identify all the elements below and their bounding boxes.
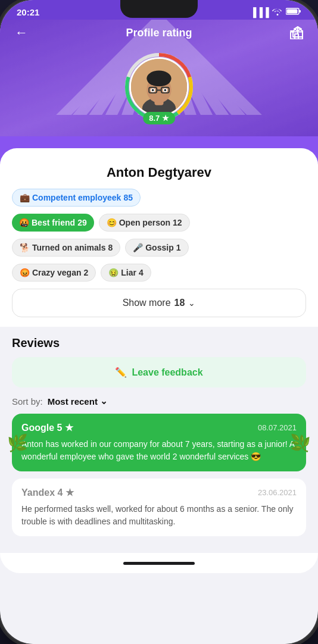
- tag-competent[interactable]: 💼 Competent employeek 85: [12, 189, 141, 207]
- review-card-yandex: Yandex 4 ★ 23.06.2021 He performed tasks…: [12, 479, 306, 536]
- laurel-right-icon: 🌿: [290, 433, 311, 452]
- bottom-bar: [0, 553, 318, 573]
- review-source-yandex: Yandex 4 ★: [21, 487, 74, 498]
- tag-best-friend[interactable]: 🤬 Best friend 29: [12, 214, 94, 232]
- tag-label: Liar: [121, 268, 136, 277]
- reviews-section: Reviews ✏️ Leave feedback Sort by: Most …: [0, 327, 318, 553]
- reviews-title: Reviews: [12, 336, 306, 350]
- tag-count: 85: [123, 193, 133, 202]
- review-header-yandex: Yandex 4 ★ 23.06.2021: [21, 487, 297, 498]
- tags-container: 💼 Competent employeek 85: [12, 189, 306, 207]
- review-header-google: Google 5 ★ 08.07.2021: [21, 422, 297, 433]
- tag-open-person[interactable]: 😊 Open person 12: [99, 214, 190, 232]
- sort-row: Sort by: Most recent ⌄: [12, 396, 306, 407]
- header-nav: ← Profile rating: [0, 20, 318, 48]
- show-more-button[interactable]: Show more 18 ⌄: [12, 289, 306, 317]
- tag-label: Gossip: [145, 243, 173, 252]
- tag-count: 2: [83, 268, 88, 277]
- leave-feedback-label: Leave feedback: [132, 367, 202, 378]
- tag-emoji: 🤢: [108, 268, 119, 277]
- wifi-icon: [272, 7, 283, 17]
- sort-dropdown[interactable]: Most recent ⌄: [48, 396, 108, 407]
- tag-label: Crazy vegan: [32, 268, 81, 277]
- avatar-ring: 8.7 ★: [126, 54, 192, 120]
- show-more-label: Show more: [123, 298, 171, 308]
- phone-screen: 20:21 ▐▐▐: [0, 0, 318, 644]
- back-button[interactable]: ←: [12, 23, 31, 42]
- review-source-google: Google 5 ★: [21, 422, 73, 433]
- tag-count: 29: [77, 218, 87, 227]
- review-date-yandex: 23.06.2021: [258, 488, 297, 497]
- laurel-left-icon: 🌿: [7, 433, 28, 452]
- tag-emoji: 😊: [107, 218, 117, 227]
- status-icons: ▐▐▐: [250, 7, 301, 17]
- pencil-icon: ✏️: [115, 367, 127, 378]
- review-card-google: 🌿 🌿 Google 5 ★ 08.07.2021 Anton has work…: [12, 414, 306, 471]
- battery-icon: [286, 7, 301, 17]
- tag-label: Competent employeek: [32, 193, 121, 202]
- sort-chevron-icon: ⌄: [100, 396, 108, 407]
- tag-emoji: 🎤: [133, 243, 143, 252]
- share-button[interactable]: [287, 23, 306, 42]
- tags-row-4: 😡 Crazy vegan 2 🤢 Liar 4: [12, 264, 306, 282]
- phone-frame: 20:21 ▐▐▐: [0, 0, 318, 644]
- sort-value-text: Most recent: [48, 396, 98, 407]
- review-text-google: Anton has worked in our company for abou…: [21, 438, 297, 463]
- chevron-down-icon: ⌄: [188, 298, 195, 308]
- page-title: Profile rating: [126, 27, 192, 39]
- tags-row-2: 🤬 Best friend 29 😊 Open person 12: [12, 214, 306, 232]
- svg-rect-2: [287, 10, 298, 14]
- tag-emoji: 😡: [20, 268, 30, 277]
- home-indicator: [123, 562, 195, 565]
- white-card: Anton Degtyarev 💼 Competent employeek 85…: [0, 148, 318, 327]
- tag-count: 4: [139, 268, 144, 277]
- tags-row-3: 🐕 Turned on animals 8 🎤 Gossip 1: [12, 239, 306, 257]
- status-time: 20:21: [17, 7, 39, 17]
- rating-badge: 8.7 ★: [143, 112, 175, 124]
- show-more-count: 18: [174, 298, 185, 308]
- avatar-container: 8.7 ★: [0, 48, 318, 120]
- profile-section: ← Profile rating: [0, 20, 318, 327]
- tag-gossip[interactable]: 🎤 Gossip 1: [125, 239, 188, 257]
- tag-label: Best friend: [32, 218, 75, 227]
- tag-emoji: 🤬: [19, 218, 29, 227]
- sort-by-label: Sort by:: [12, 396, 43, 407]
- notch: [120, 0, 198, 18]
- leave-feedback-button[interactable]: ✏️ Leave feedback: [12, 357, 306, 387]
- svg-rect-1: [299, 10, 301, 12]
- signal-icon: ▐▐▐: [250, 7, 269, 17]
- review-text-yandex: He performed tasks well, worked for abou…: [21, 503, 297, 528]
- tag-emoji: 💼: [20, 193, 30, 202]
- user-name: Anton Degtyarev: [12, 165, 306, 180]
- tag-count: 8: [108, 243, 113, 252]
- tag-label: Turned on animals: [32, 243, 105, 252]
- tag-label: Open person: [119, 218, 170, 227]
- tag-count: 12: [173, 218, 182, 227]
- tag-vegan[interactable]: 😡 Crazy vegan 2: [12, 264, 96, 282]
- tag-emoji: 🐕: [20, 243, 30, 252]
- tag-liar[interactable]: 🤢 Liar 4: [101, 264, 151, 282]
- review-date-google: 08.07.2021: [258, 423, 297, 432]
- tag-animals[interactable]: 🐕 Turned on animals 8: [12, 239, 120, 257]
- tag-count: 1: [176, 243, 181, 252]
